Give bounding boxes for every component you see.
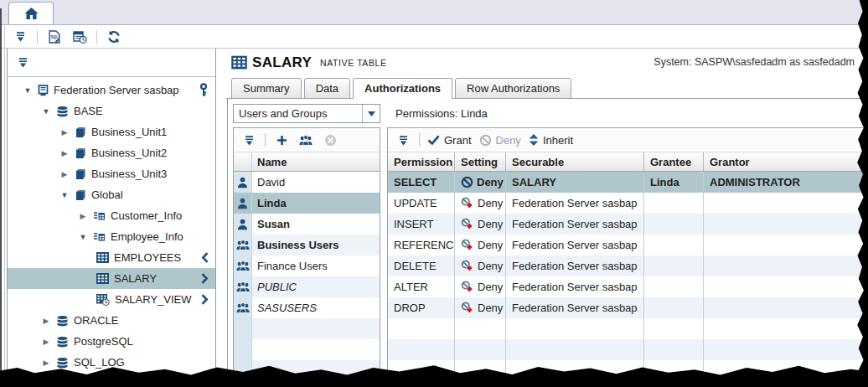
window-left-inner-border	[4, 25, 5, 387]
tab-data[interactable]: Data	[304, 78, 350, 99]
sql-icon[interactable]: SQL	[46, 28, 63, 45]
home-tab[interactable]	[8, 2, 54, 24]
deny-button[interactable]: Deny	[479, 134, 521, 147]
tree-item-customer_info[interactable]: ▶Customer_Info	[8, 205, 215, 226]
tree-expander-icon[interactable]: ▼	[41, 107, 51, 116]
user-icon-cell	[234, 297, 252, 318]
perm-grantor-cell	[704, 297, 867, 318]
chevron-right-icon[interactable]	[201, 273, 209, 284]
tab-row-authorizations[interactable]: Row Authorizations	[455, 78, 571, 99]
schema-icon	[93, 231, 106, 243]
tab-authorizations[interactable]: Authorizations	[353, 78, 452, 99]
group-icon	[236, 261, 250, 271]
user-row-public[interactable]: PUBLIC	[234, 276, 380, 297]
column-header-setting[interactable]: Setting	[455, 152, 506, 171]
perm-row-delete[interactable]: DELETEDenyFederation Server sasbap	[388, 255, 867, 276]
tree-item-business_unit3[interactable]: ▶Business_Unit3	[8, 163, 215, 184]
tree-expander-icon[interactable]: ▶	[59, 128, 70, 137]
deny-inherited-icon	[461, 260, 474, 272]
filter-menu-icon[interactable]	[240, 132, 257, 148]
tree-item-salary_view[interactable]: SALARY_VIEW	[8, 289, 215, 310]
tree-item-oracle[interactable]: ▶ORACLE	[8, 310, 215, 331]
schedule-icon[interactable]	[71, 28, 88, 45]
deny-icon	[461, 176, 473, 188]
perm-name-cell: REFERENC...	[388, 235, 455, 255]
column-header-securable[interactable]: Securable	[506, 152, 644, 171]
user-row-susan[interactable]: Susan	[234, 214, 380, 235]
tree-expander-icon[interactable]: ▶	[59, 170, 70, 178]
column-header-permission[interactable]: Permission	[388, 152, 455, 171]
grant-button[interactable]: Grant	[427, 134, 472, 147]
key-icon	[199, 83, 209, 97]
chevron-left-icon[interactable]	[201, 252, 209, 263]
filter-menu-icon[interactable]	[18, 57, 28, 68]
tree-expander-icon[interactable]: ▼	[23, 86, 33, 95]
tree-item-federation-server-sasbap[interactable]: ▼Federation Server sasbap	[8, 80, 215, 101]
user-row-david[interactable]: David	[234, 172, 380, 193]
user-name: PUBLIC	[252, 281, 297, 293]
perm-grantee-cell	[644, 235, 704, 255]
tree-expander-icon[interactable]: ▶	[41, 338, 51, 346]
perm-securable-cell: Federation Server sasbap	[506, 193, 644, 214]
user-icon	[237, 177, 248, 188]
add-group-icon[interactable]	[297, 132, 314, 148]
inherit-button[interactable]: Inherit	[529, 134, 573, 147]
tree-expander-icon[interactable]: ▶	[78, 212, 88, 220]
perm-row-insert[interactable]: INSERTDenyFederation Server sasbap	[388, 214, 867, 235]
perm-setting-cell: Deny	[455, 214, 506, 235]
perm-securable-cell: Federation Server sasbap	[506, 276, 644, 297]
perm-row-alter[interactable]: ALTERDenyFederation Server sasbap	[388, 276, 867, 297]
filter-menu-icon[interactable]	[12, 28, 28, 45]
group-icon	[236, 302, 250, 313]
tree-item-global[interactable]: ▼Global	[8, 184, 215, 205]
perm-row-select[interactable]: SELECTDenySALARYLindaADMINISTRATOR	[388, 172, 867, 193]
permissions-table-header: PermissionSettingSecurableGranteeGrantor	[388, 152, 867, 172]
perm-name-cell: SELECT	[388, 172, 455, 193]
refresh-icon[interactable]	[106, 28, 122, 45]
chevron-down-icon[interactable]	[362, 105, 380, 122]
tree-expander-icon[interactable]: ▶	[59, 149, 70, 157]
perm-setting-cell: Deny	[455, 193, 506, 214]
tree-item-base[interactable]: ▼BASE	[8, 101, 215, 121]
tree-item-label: Federation Server sasbap	[54, 84, 179, 96]
user-row-business-users[interactable]: Business Users	[234, 235, 380, 255]
perm-row-update[interactable]: UPDATEDenyFederation Server sasbap	[388, 193, 867, 214]
name-column-header[interactable]: Name	[252, 156, 287, 168]
tree-item-salary[interactable]: SALARY	[8, 268, 215, 289]
catalog-icon	[75, 147, 86, 159]
column-header-grantor[interactable]: Grantor	[704, 152, 867, 171]
permissions-toolbar: Grant Deny Inherit	[388, 128, 867, 152]
tree-expander-icon[interactable]: ▼	[78, 233, 88, 241]
object-type-label: NATIVE TABLE	[320, 58, 387, 68]
tab-summary[interactable]: Summary	[231, 78, 302, 99]
app-toolbar: SQL	[0, 25, 868, 49]
tree-expander-icon[interactable]: ▶	[41, 317, 51, 325]
user-row-linda[interactable]: Linda	[234, 193, 380, 214]
tree-item-label: Customer_Info	[111, 209, 182, 222]
user-row-sasusers[interactable]: SASUSERS	[234, 297, 380, 318]
perm-securable-cell: Federation Server sasbap	[506, 297, 644, 318]
remove-icon[interactable]	[322, 132, 338, 148]
view-selector-dropdown[interactable]: Users and Groups	[233, 104, 380, 123]
perm-row-drop[interactable]: DROPDenyFederation Server sasbap	[388, 297, 867, 318]
filter-menu-icon[interactable]	[395, 132, 411, 148]
perm-row-referenc[interactable]: REFERENC...DenyFederation Server sasbap	[388, 235, 867, 255]
add-icon[interactable]	[273, 132, 290, 148]
tree-expander-icon[interactable]: ▶	[41, 359, 51, 367]
tree-expander-icon[interactable]: ▼	[59, 191, 70, 199]
perm-grantee-cell	[644, 276, 704, 297]
tree-item-employee_info[interactable]: ▼Employee_Info	[8, 226, 215, 247]
view-selector-value: Users and Groups	[234, 107, 362, 120]
column-header-grantee[interactable]: Grantee	[644, 152, 704, 171]
perm-grantor-cell	[704, 276, 867, 297]
panel-splitter[interactable]	[216, 49, 226, 387]
tree-item-business_unit2[interactable]: ▶Business_Unit2	[8, 142, 215, 163]
tree-item-label: Business_Unit2	[91, 147, 167, 159]
user-row-finance-users[interactable]: Finance Users	[234, 255, 380, 276]
perm-setting-cell: Deny	[455, 255, 506, 276]
tree-item-business_unit1[interactable]: ▶Business_Unit1	[8, 121, 215, 142]
tree-item-postgresql[interactable]: ▶PostgreSQL	[8, 331, 215, 352]
tree-item-employees[interactable]: EMPLOYEES	[8, 247, 215, 268]
users-toolbar	[234, 128, 380, 152]
chevron-right-icon[interactable]	[201, 294, 209, 305]
